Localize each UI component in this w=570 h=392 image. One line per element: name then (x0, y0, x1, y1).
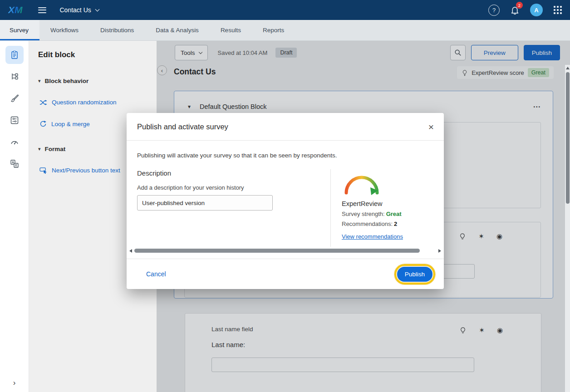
modal-header: Publish and activate survey × (127, 113, 444, 141)
avatar[interactable]: A (530, 4, 543, 16)
modal-footer: Cancel Publish (127, 259, 444, 289)
publish-highlight-ring: Publish (394, 264, 435, 284)
tab-results[interactable]: Results (210, 20, 252, 40)
expert-review-title: ExpertReview (342, 200, 433, 207)
vertical-scrollbar-thumb[interactable] (566, 72, 570, 204)
tab-reports[interactable]: Reports (252, 20, 295, 40)
button-text-icon (39, 167, 47, 174)
description-heading: Description (137, 169, 330, 177)
translations-icon[interactable] (5, 155, 24, 173)
top-bar: XM Contact Us ? 2 A (0, 0, 570, 20)
horizontal-scrollbar-thumb[interactable] (134, 249, 420, 253)
survey-flow-icon[interactable] (5, 68, 24, 86)
modal-publish-button[interactable]: Publish (397, 267, 432, 282)
description-hint: Add a description for your version histo… (137, 184, 330, 191)
survey-builder-icon[interactable] (5, 46, 24, 64)
xm-logo[interactable]: XM (8, 5, 23, 15)
modal-body: Publishing will activate your survey so … (127, 141, 444, 247)
description-column: Description Add a description for your v… (137, 169, 330, 247)
qualtrics-survey-editor: XM Contact Us ? 2 A Survey Workflows Dis… (0, 0, 570, 392)
survey-name: Contact Us (60, 6, 91, 14)
caret-down-icon: ▾ (38, 78, 41, 84)
look-and-feel-icon[interactable] (5, 89, 24, 108)
publish-modal: Publish and activate survey × Publishing… (127, 113, 444, 289)
quotas-gauge-icon[interactable] (5, 133, 24, 151)
recommendations-count: 2 (394, 220, 397, 227)
tab-workflows[interactable]: Workflows (39, 20, 89, 40)
scroll-up-arrow-icon[interactable] (566, 67, 570, 69)
loop-icon (39, 120, 47, 127)
section-block-behavior[interactable]: ▾ Block behavior (38, 78, 147, 84)
strength-value: Great (386, 211, 402, 217)
expert-review-column: ExpertReview Survey strength:Great Recom… (330, 169, 433, 247)
score-gauge (342, 170, 382, 196)
scroll-right-arrow-icon[interactable] (438, 249, 441, 253)
vertical-scrollbar[interactable] (565, 65, 570, 392)
menu-item-question-randomization[interactable]: Question randomization (38, 99, 147, 106)
tab-data-analysis[interactable]: Data & Analysis (145, 20, 210, 40)
expand-rail-chevron-icon[interactable]: › (0, 378, 29, 387)
primary-nav-tabs: Survey Workflows Distributions Data & An… (0, 20, 570, 41)
cancel-button[interactable]: Cancel (146, 270, 166, 278)
modal-title: Publish and activate survey (137, 122, 228, 131)
tab-distributions[interactable]: Distributions (89, 20, 145, 40)
scroll-left-arrow-icon[interactable] (129, 249, 132, 253)
hamburger-menu-icon[interactable] (38, 7, 46, 13)
recommendations-line: Recommendations:2 (342, 220, 433, 227)
modal-intro-text: Publishing will activate your survey so … (137, 152, 433, 159)
help-icon[interactable]: ? (488, 5, 500, 16)
caret-down-icon: ▾ (38, 146, 41, 152)
close-icon[interactable]: × (428, 122, 434, 132)
survey-name-dropdown[interactable]: Contact Us (60, 6, 99, 14)
notification-count-badge: 2 (516, 2, 523, 9)
survey-strength-line: Survey strength:Great (342, 211, 433, 217)
view-recommendations-link[interactable]: View recommendations (342, 233, 403, 240)
chevron-down-icon (95, 7, 99, 12)
apps-grid-icon[interactable] (554, 6, 562, 14)
modal-horizontal-scrollbar[interactable] (129, 248, 441, 254)
survey-options-icon[interactable] (5, 111, 24, 129)
tab-survey[interactable]: Survey (0, 20, 39, 40)
builder-icon-rail: › (0, 41, 29, 392)
version-description-input[interactable] (137, 195, 273, 211)
notifications-bell-icon[interactable]: 2 (511, 5, 519, 15)
shuffle-icon (39, 99, 47, 106)
panel-title: Edit block (38, 50, 147, 59)
